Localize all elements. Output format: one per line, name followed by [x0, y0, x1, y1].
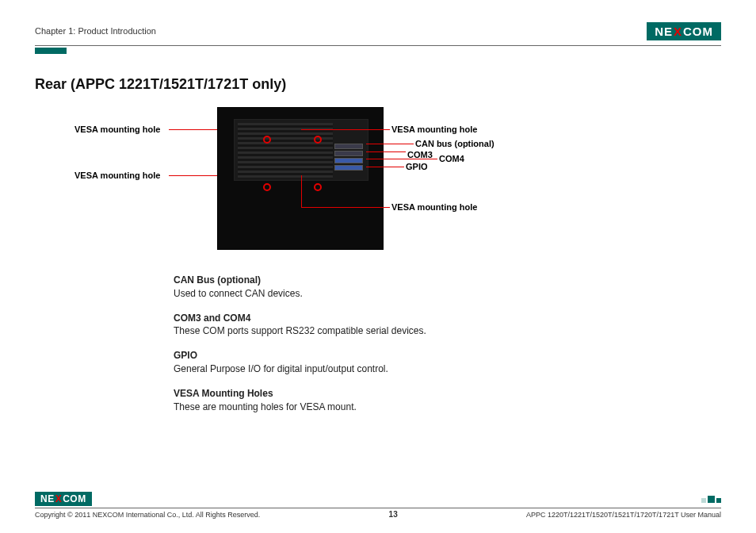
vesa-hole-icon	[314, 136, 322, 144]
label-gpio: GPIO	[406, 162, 428, 171]
leader-line	[301, 207, 390, 208]
square-icon	[701, 498, 706, 503]
logo-pre: NE	[40, 493, 55, 504]
vesa-hole-icon	[263, 136, 271, 144]
logo-post: COM	[63, 493, 86, 504]
port-com3	[334, 151, 363, 156]
manual-name: APPC 1220T/1221T/1520T/1521T/1720T/1721T…	[526, 511, 721, 519]
desc-body: General Purpose I/O for digital input/ou…	[174, 362, 586, 376]
desc-term: VESA Mounting Holes	[174, 387, 586, 401]
desc-body: These COM ports support RS232 compatible…	[174, 324, 586, 338]
product-unit	[234, 119, 368, 181]
footer: NEXCOM Copyright © 2011 NEXCOM Internati…	[35, 490, 721, 519]
vesa-hole-icon	[263, 183, 271, 191]
logo-x-icon: X	[55, 493, 63, 504]
square-icon	[716, 498, 721, 503]
port-can	[334, 144, 363, 149]
port-com4	[334, 158, 363, 163]
heatsink-fins-icon	[238, 123, 333, 178]
header: Chapter 1: Product Introduction NEXCOM	[35, 19, 721, 43]
leader-line	[366, 167, 404, 167]
logo-post: COM	[683, 25, 713, 38]
header-rule	[35, 45, 721, 46]
desc-body: Used to connect CAN devices.	[174, 287, 586, 301]
logo-top: NEXCOM	[647, 22, 721, 40]
leader-line	[366, 144, 414, 144]
footer-squares-icon	[701, 496, 721, 503]
logo-bottom: NEXCOM	[35, 492, 92, 506]
leader-line	[301, 129, 390, 130]
label-vesa-left-top: VESA mounting hole	[74, 125, 160, 134]
product-photo	[217, 107, 384, 250]
label-can-bus: CAN bus (optional)	[415, 139, 494, 148]
desc-term: COM3 and COM4	[174, 312, 586, 325]
accent-bar	[35, 48, 67, 54]
chapter-title: Chapter 1: Product Introduction	[35, 26, 156, 36]
diagram: VESA mounting hole VESA mounting hole	[74, 107, 645, 258]
port-gpio	[334, 165, 363, 171]
label-com4: COM4	[439, 154, 464, 163]
page-number: 13	[389, 510, 398, 519]
desc-body: These are mounting holes for VESA mount.	[174, 401, 586, 414]
footer-bottom-row: Copyright © 2011 NEXCOM International Co…	[35, 510, 721, 519]
square-icon	[708, 496, 715, 503]
logo-x-icon: X	[674, 25, 682, 38]
ports-block	[334, 144, 363, 178]
desc-term: CAN Bus (optional)	[174, 274, 586, 287]
page-root: Chapter 1: Product Introduction NEXCOM R…	[0, 0, 756, 533]
footer-top-row: NEXCOM	[35, 490, 721, 508]
label-vesa-right-top: VESA mounting hole	[391, 125, 477, 134]
leader-line	[366, 151, 406, 152]
label-vesa-left-bottom: VESA mounting hole	[74, 171, 160, 180]
footer-rule	[35, 508, 721, 508]
vesa-hole-icon	[314, 183, 322, 191]
descriptions: CAN Bus (optional) Used to connect CAN d…	[174, 274, 586, 413]
copyright-text: Copyright © 2011 NEXCOM International Co…	[35, 511, 260, 519]
logo-pre: NE	[655, 25, 673, 38]
desc-term: GPIO	[174, 349, 586, 362]
leader-line	[366, 159, 437, 159]
label-vesa-right-bottom: VESA mounting hole	[391, 202, 477, 212]
leader-line	[301, 175, 302, 207]
section-heading: Rear (APPC 1221T/1521T/1721T only)	[35, 76, 721, 93]
